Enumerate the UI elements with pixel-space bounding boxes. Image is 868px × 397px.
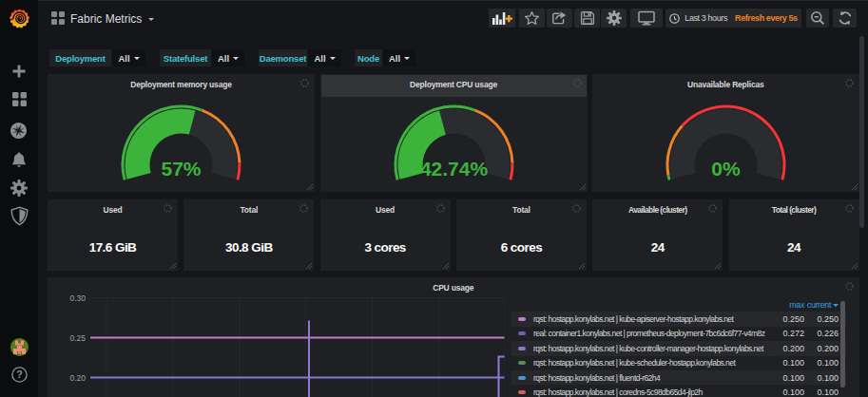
svg-text:0.30: 0.30 bbox=[69, 293, 86, 303]
svg-text:0.25: 0.25 bbox=[69, 333, 86, 343]
svg-text:0.20: 0.20 bbox=[69, 373, 86, 383]
svg-text:57%: 57% bbox=[161, 157, 201, 179]
svg-text:0%: 0% bbox=[711, 157, 741, 179]
svg-text:42.74%: 42.74% bbox=[419, 157, 488, 179]
svg-text:?: ? bbox=[16, 369, 22, 380]
